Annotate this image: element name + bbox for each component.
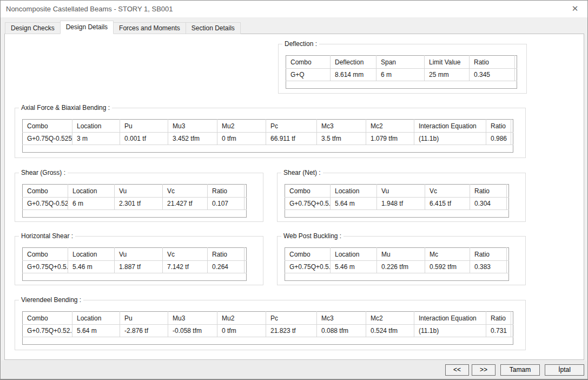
- column-header: Mu: [377, 248, 425, 261]
- cell: 0.264: [208, 261, 245, 273]
- cell: 0.107: [208, 198, 245, 210]
- column-header: Location: [72, 120, 120, 133]
- filler-cell: [507, 198, 509, 210]
- table-row[interactable]: G+0.75Q-0.525... 3 m 0.001 tf 3.452 tfm …: [23, 133, 513, 145]
- cell: 0.088 tfm: [317, 325, 366, 337]
- cell: G+0.75Q+0.52...: [23, 325, 72, 337]
- column-header: Location: [68, 248, 115, 261]
- title-bar[interactable]: Noncomposite Castellated Beams - STORY 1…: [1, 1, 587, 17]
- column-header: Combo: [285, 248, 331, 261]
- cell: 1.887 tf: [115, 261, 163, 273]
- table-row[interactable]: G+0.75Q+0.5... 5.64 m 1.948 tf 6.415 tf …: [285, 198, 509, 210]
- column-header: Mu2: [217, 120, 266, 133]
- column-header: Combo: [286, 56, 331, 69]
- cell: 3 m: [72, 133, 120, 145]
- table-row[interactable]: G+0.75Q-0.52... 6 m 2.301 tf 21.427 tf 0…: [23, 198, 247, 210]
- group-web-post-buckling: Web Post Buckling : Combo Location Mu Mc…: [277, 236, 526, 285]
- table-row[interactable]: G+0.75Q+0.5... 5.46 m 1.887 tf 7.142 tf …: [23, 261, 247, 273]
- group-shear-gross: Shear (Gross) : Combo Location Vu Vc Rat…: [15, 173, 263, 222]
- cell: G+Q: [286, 69, 331, 81]
- table-row[interactable]: G+0.75Q+0.5... 5.46 m 0.226 tfm 0.592 tf…: [285, 261, 509, 273]
- table-header-row: Combo Location Vu Vc Ratio: [23, 185, 247, 198]
- cell: 0.001 tf: [120, 133, 168, 145]
- group-deflection: Deflection : Combo Deflection Span Limit…: [278, 44, 527, 94]
- tab-section-details[interactable]: Section Details: [186, 22, 241, 34]
- cell: 0.383: [470, 261, 507, 273]
- column-header: Pc: [266, 312, 317, 325]
- cell: 0 tfm: [217, 133, 266, 145]
- table-header-row: Combo Location Mu Mc Ratio: [285, 248, 509, 261]
- section-title: Web Post Buckling :: [281, 232, 343, 240]
- column-header: Pu: [120, 120, 168, 133]
- filler-column: [507, 185, 509, 198]
- cell: 1.079 tfm: [366, 133, 414, 145]
- table-header-row: Combo Location Vu Vc Ratio: [23, 248, 247, 261]
- shear-net-table: Combo Location Vu Vc Ratio G+0.75Q+0.5..…: [285, 184, 509, 218]
- group-vierendeel-bending: Vierendeel Bending : Combo Location Pu M…: [15, 300, 526, 350]
- cell: 5.46 m: [68, 261, 115, 273]
- section-title: Shear (Net) :: [281, 169, 323, 176]
- cell: 6 m: [376, 69, 425, 81]
- empty-row-area: [23, 273, 247, 281]
- column-header: Ratio: [470, 56, 515, 69]
- cell: 0.345: [470, 69, 515, 81]
- filler-cell: [511, 325, 513, 337]
- tab-design-checks[interactable]: Design Checks: [5, 22, 61, 34]
- column-header: Location: [68, 185, 115, 198]
- tab-design-details[interactable]: Design Details: [60, 21, 114, 34]
- deflection-table: Combo Deflection Span Limit Value Ratio …: [286, 55, 517, 89]
- filler-column: [245, 248, 247, 261]
- column-header: Mu3: [168, 120, 217, 133]
- column-header: Ratio: [208, 248, 245, 261]
- table-row[interactable]: G+0.75Q+0.52... 5.64 m -2.876 tf -0.058 …: [23, 325, 513, 337]
- cell: 2.301 tf: [115, 198, 163, 210]
- horizontal-shear-table: Combo Location Vu Vc Ratio G+0.75Q+0.5..…: [22, 247, 247, 281]
- column-header: Span: [376, 56, 425, 69]
- section-title: Shear (Gross) :: [19, 169, 68, 176]
- column-header: Combo: [23, 185, 68, 198]
- column-header: Deflection: [331, 56, 376, 69]
- column-header: Ratio: [470, 185, 507, 198]
- cell: 0.986: [486, 133, 511, 145]
- cell: 0.731: [486, 325, 511, 337]
- cell: 25 mm: [425, 69, 470, 81]
- column-header: Mc3: [317, 120, 366, 133]
- tab-forces-and-moments[interactable]: Forces and Moments: [113, 22, 186, 34]
- cell: 5.46 m: [331, 261, 377, 273]
- table-header-row: Combo Location Vu Vc Ratio: [285, 185, 509, 198]
- cell: 0.524 tfm: [366, 325, 414, 337]
- web-post-buckling-table: Combo Location Mu Mc Ratio G+0.75Q+0.5..…: [285, 247, 509, 281]
- empty-row-area: [23, 145, 513, 153]
- cell: 0.226 tfm: [377, 261, 425, 273]
- cell: (11.1b): [414, 133, 486, 145]
- column-header: Mc2: [366, 120, 414, 133]
- prev-button[interactable]: <<: [445, 364, 469, 376]
- column-header: Location: [331, 248, 377, 261]
- cell: 0 tfm: [217, 325, 266, 337]
- next-button[interactable]: >>: [472, 364, 495, 376]
- close-icon[interactable]: ✕: [563, 1, 587, 17]
- column-header: Mc3: [317, 312, 366, 325]
- column-header: Limit Value: [425, 56, 470, 69]
- table-header-row: Combo Deflection Span Limit Value Ratio: [286, 56, 517, 69]
- cancel-button[interactable]: İptal: [545, 364, 584, 376]
- ok-button[interactable]: Tamam: [500, 364, 540, 376]
- column-header: Mc2: [366, 312, 414, 325]
- cell: G+0.75Q+0.5...: [285, 261, 331, 273]
- axial-table: Combo Location Pu Mu3 Mu2 Pc Mc3 Mc2 Int…: [22, 119, 513, 153]
- cell: 21.427 tf: [163, 198, 208, 210]
- cell: -0.058 tfm: [168, 325, 217, 337]
- column-header: Interaction Equation: [414, 120, 486, 133]
- column-header: Ratio: [486, 312, 511, 325]
- filler-column: [245, 185, 247, 198]
- section-title: Axial Force & Biaxial Bending :: [19, 104, 112, 112]
- bottom-button-bar: [1, 361, 587, 379]
- table-header-row: Combo Location Pu Mu3 Mu2 Pc Mc3 Mc2 Int…: [23, 120, 513, 133]
- tab-page-design-details: Deflection : Combo Deflection Span Limit…: [4, 34, 584, 360]
- column-header: Vu: [115, 248, 163, 261]
- filler-column: [511, 312, 513, 325]
- column-header: Vc: [163, 248, 208, 261]
- table-row[interactable]: G+Q 8.614 mm 6 m 25 mm 0.345: [286, 69, 517, 81]
- vierendeel-table: Combo Location Pu Mu3 Mu2 Pc Mc3 Mc2 Int…: [22, 311, 513, 345]
- filler-cell: [245, 261, 247, 273]
